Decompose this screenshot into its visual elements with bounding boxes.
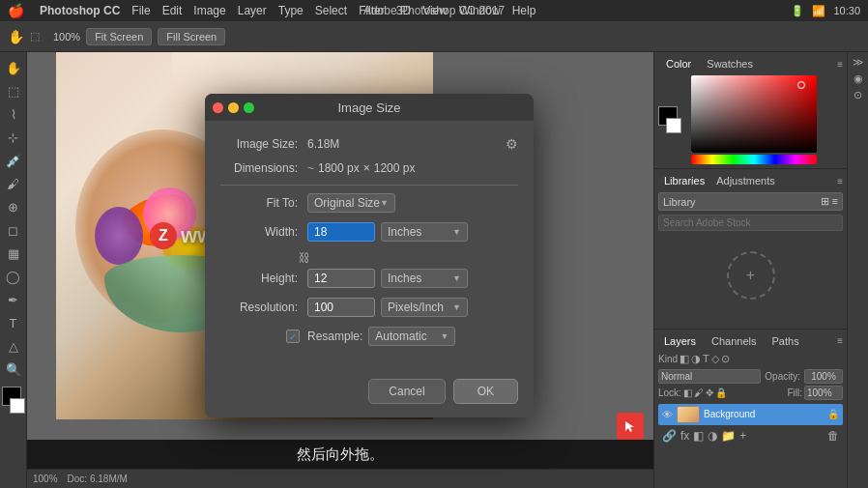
filter-adjustment-icon[interactable]: ◑ [691,353,701,365]
list-view-icon[interactable]: ≡ [832,195,838,208]
tab-paths[interactable]: Paths [767,333,805,349]
search-adobe-stock[interactable] [658,215,843,231]
pen-tool-icon[interactable]: ✒ [4,290,23,309]
text-tool-icon[interactable]: T [4,313,23,332]
resample-select[interactable]: Automatic ▼ [368,327,455,346]
shape-tool-icon[interactable]: △ [4,336,23,356]
menu-type[interactable]: Type [278,4,304,17]
resample-value: Automatic [375,330,426,343]
hue-bar[interactable] [691,155,817,164]
fill-input[interactable]: 100% [804,386,843,400]
selection-tool-icon[interactable]: ⬚ [30,30,40,43]
color-spectrum[interactable] [691,75,817,153]
height-row: Height: Inches ▼ [220,269,518,288]
filter-shape-icon[interactable]: ◇ [711,353,719,365]
libraries-header: Libraries Adjustments ≡ [658,173,843,188]
clone-tool-icon[interactable]: ⊕ [4,197,23,216]
move-tool-icon[interactable]: ✋ [8,29,24,44]
width-unit-arrow-icon: ▼ [452,227,461,237]
wifi-icon: 📶 [812,5,825,17]
layers-panel-menu-icon[interactable]: ≡ [837,335,843,346]
eraser-tool-icon[interactable]: ◻ [4,220,23,240]
fx-icon[interactable]: fx [680,429,689,443]
maximize-button[interactable] [244,102,254,113]
filter-pixel-icon[interactable]: ◧ [680,353,689,365]
add-library-circle[interactable]: + [727,251,775,300]
panel-toggle-icon[interactable]: ≫ [853,56,864,69]
ok-button[interactable]: OK [453,379,518,404]
lock-all-icon[interactable]: 🔒 [715,388,727,398]
tab-channels[interactable]: Channels [706,333,762,349]
add-mask-icon[interactable]: ◧ [693,429,704,443]
right-panel: Color Swatches ≡ [653,52,847,488]
resolution-input[interactable] [307,298,375,317]
fit-screen-button[interactable]: Fit Screen [86,28,152,45]
resolution-unit-select[interactable]: Pixels/Inch ▼ [381,298,468,317]
tab-adjustments[interactable]: Adjustments [710,173,781,188]
dimensions-label: Dimensions: [220,161,298,175]
background-color[interactable] [10,398,25,414]
dim-x: × [363,161,370,175]
width-unit-select[interactable]: Inches ▼ [381,222,468,242]
height-input[interactable] [307,269,375,288]
brush-tool-icon[interactable]: 🖌 [4,174,23,193]
filter-toggle-icon[interactable]: ⊙ [721,353,730,365]
menu-select[interactable]: Select [315,4,347,17]
menu-help[interactable]: Help [512,4,536,17]
gear-icon[interactable]: ⚙ [506,136,518,152]
tab-libraries[interactable]: Libraries [658,173,710,188]
crop-tool-icon[interactable]: ⊹ [4,128,23,147]
color-panel-icon[interactable]: ◉ [854,72,863,85]
gradient-tool-icon[interactable]: ▦ [4,244,23,263]
libraries-dropdown[interactable]: Library ⊞ ≡ [658,192,843,211]
layer-visibility-icon[interactable]: 👁 [662,409,673,420]
hand-tool-icon[interactable]: ✋ [4,58,23,77]
menu-layer[interactable]: Layer [238,4,267,17]
tab-color[interactable]: Color [658,56,699,72]
lock-move-icon[interactable]: ✥ [706,388,713,398]
lasso-tool-icon[interactable]: ⌇ [4,104,23,124]
grid-view-icon[interactable]: ⊞ [821,195,829,208]
zoom-tool-icon[interactable]: 🔍 [4,359,23,379]
libraries-panel-menu-icon[interactable]: ≡ [837,176,843,187]
dim-tilde: ~ [307,161,314,175]
close-button[interactable] [213,102,223,113]
fill-label: Fill: [787,388,802,398]
tab-swatches[interactable]: Swatches [699,56,761,72]
mini-right-bar: ≫ ◉ ⊙ [847,52,868,488]
main-layout: ✋ ⬚ ⌇ ⊹ 💉 🖌 ⊕ ◻ ▦ ◯ ✒ T △ 🔍 [0,52,868,488]
lock-transparent-icon[interactable]: ◧ [683,388,692,398]
dodge-tool-icon[interactable]: ◯ [4,267,23,286]
cancel-button[interactable]: Cancel [368,379,445,404]
tab-layers[interactable]: Layers [658,333,702,349]
layer-background-row[interactable]: 👁 Background 🔒 [658,404,843,425]
apple-logo-icon[interactable]: 🍎 [8,3,24,18]
link-layers-icon[interactable]: 🔗 [662,429,677,443]
height-unit-select[interactable]: Inches ▼ [381,269,468,288]
fill-screen-button[interactable]: Fill Screen [158,28,225,45]
delete-layer-icon[interactable]: 🗑 [827,429,839,443]
menu-file[interactable]: File [131,4,150,17]
menu-edit[interactable]: Edit [162,4,183,17]
eyedropper-tool-icon[interactable]: 💉 [4,151,23,170]
history-icon[interactable]: ⊙ [854,89,862,101]
width-input[interactable] [307,222,375,242]
resample-checkbox[interactable]: ✓ [286,330,300,343]
color-panel: Color Swatches ≡ [654,52,847,169]
marquee-tool-icon[interactable]: ⬚ [4,81,23,100]
color-panel-menu-icon[interactable]: ≡ [837,59,843,70]
link-proportions-icon[interactable]: ⛓ [298,251,311,265]
filter-type-icon[interactable]: T [703,353,709,365]
lock-image-icon[interactable]: 🖌 [694,388,704,398]
add-adjustment-icon[interactable]: ◑ [708,429,717,443]
minimize-button[interactable] [228,102,239,113]
opacity-input[interactable]: 100% [804,369,843,384]
libraries-content: + [658,237,843,314]
menu-image[interactable]: Image [193,4,225,17]
blend-mode-select[interactable]: Normal [658,369,761,384]
add-group-icon[interactable]: 📁 [721,429,736,443]
bg-color-swatch[interactable] [666,118,681,133]
dialog-overlay: Image Size Image Size: 6.18M ⚙ Dimension… [27,52,653,488]
fit-to-select[interactable]: Original Size ▼ [307,193,395,213]
add-layer-icon[interactable]: + [739,429,746,443]
